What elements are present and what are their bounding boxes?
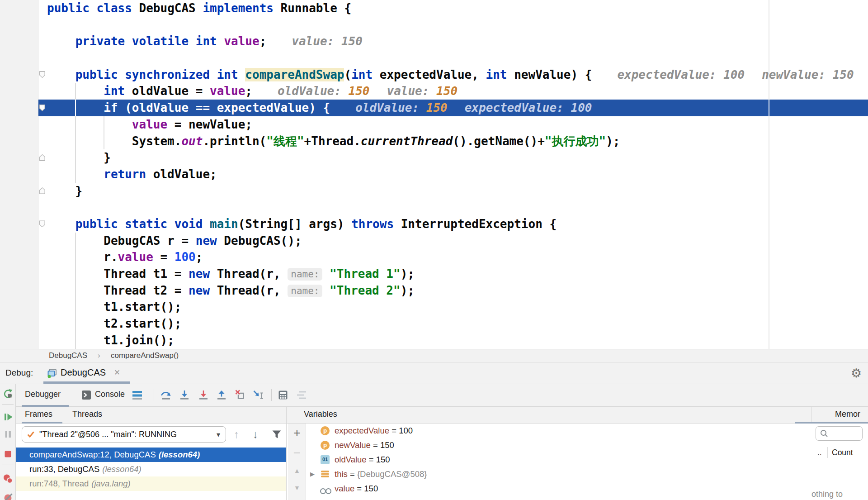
parameter-icon: p [321,441,330,450]
code-token [217,34,224,48]
code-token: (oldValue == expectedValue) { [118,101,330,114]
breadcrumb-method[interactable]: compareAndSwap() [111,349,179,362]
drop-frame-button[interactable] [234,389,246,401]
hint-value: 150 [426,101,448,114]
code-token: int [217,68,238,81]
scroll-down-icon[interactable]: ▼ [288,484,306,491]
breadcrumb: DebugCAS › compareAndSwap() [0,349,868,362]
tab-frames[interactable]: Frames [25,410,52,419]
variable-value: 150 [380,440,394,450]
variables-panel-title: Variables [304,410,337,419]
variable-row[interactable]: pexpectedValue = 100 [307,424,811,438]
memory-search-input[interactable] [816,426,863,441]
variable-name: this [335,469,348,479]
run-to-cursor-button[interactable] [252,389,264,401]
code-token: out [181,134,203,148]
debug-session-tab[interactable]: DebugCAS ✕ [43,362,53,384]
step-over-button[interactable] [160,389,172,401]
filter-icon[interactable] [271,429,283,440]
memory-empty-text: Nothing to [811,490,843,499]
gear-icon[interactable]: ⚙ [851,366,862,380]
debug-label: Debug: [5,368,33,378]
code-token: t1.start(); [47,300,181,314]
scroll-up-icon[interactable]: ▲ [288,467,306,474]
ide-window: 6public class DebugCAS implements Runnab… [0,0,868,500]
variable-value: 150 [364,484,378,493]
force-step-into-button[interactable] [197,389,210,401]
code-text: private volatile int value; [47,33,266,50]
memory-col-count[interactable]: Count [832,445,853,460]
guide-gap [769,100,769,116]
equals-sign: = [367,455,376,464]
variable-name: expectedValue [335,426,389,435]
stream-trace-button[interactable] [295,389,308,401]
code-token: ; [259,34,267,48]
equals-sign: = [348,469,357,479]
code-token: ; [245,84,252,98]
code-token: synchronized [125,68,210,81]
editor-gutter[interactable] [0,0,38,349]
memory-col-diff[interactable]: .. [817,445,822,460]
code-token: value [210,84,245,98]
stack-frame-row[interactable]: run:33, DebugCAS(lesson64) [16,462,286,476]
code-token: Thread(r, [210,284,288,297]
step-into-button[interactable] [178,389,191,401]
debugger-hint: value: 150 [387,84,458,98]
variable-row[interactable]: value = 150 [307,481,811,496]
variable-row[interactable]: pnewValue = 150 [307,438,811,452]
code-text: return oldValue; [47,166,217,183]
rerun-button[interactable] [2,388,14,400]
code-token: .println( [203,134,266,148]
add-watch-button[interactable]: + [288,426,306,440]
console-icon [81,390,94,403]
tab-console[interactable]: Console [95,390,125,399]
thread-selector[interactable]: "Thread 2"@506 ... "main": RUNNING ▾ [22,426,226,443]
parameter-hint-chip: name: [288,285,322,297]
fold-marker-icon[interactable] [39,105,45,111]
frame-location: (lesson64) [159,450,200,459]
debugger-hint: oldValue: 150 [355,101,448,114]
memory-panel: .. Count Nothing to [811,424,868,500]
tab-threads[interactable]: Threads [72,410,102,419]
evaluate-expression-button[interactable] [277,389,289,401]
editor-line-7: 7 [0,17,868,33]
panel-divider[interactable] [286,407,287,500]
fold-marker-icon[interactable] [39,220,45,227]
view-breakpoints-button[interactable] [2,473,14,485]
toolbar-separator [2,465,14,465]
mute-breakpoints-button[interactable] [2,492,14,500]
expander-icon[interactable]: ▶ [310,467,315,481]
breadcrumb-class[interactable]: DebugCAS [49,349,87,362]
resume-button[interactable] [2,411,14,423]
fold-marker-icon[interactable] [39,71,45,78]
code-token: DebugCAS(); [217,234,302,248]
stack-frame-row[interactable]: compareAndSwap:12, DebugCAS(lesson64) [16,448,286,462]
code-editor[interactable]: 6public class DebugCAS implements Runnab… [0,0,868,349]
code-token: throws [351,217,394,231]
fold-marker-icon[interactable] [39,154,45,161]
stack-frame-row[interactable]: run:748, Thread(java.lang) [16,476,286,491]
stop-button[interactable] [2,448,14,460]
editor-line-23: 23 Thread t2 = new Thread(r, name: "Thre… [0,282,868,299]
code-token: } [47,151,111,164]
fold-marker-icon[interactable] [39,187,45,194]
pause-button[interactable] [2,428,14,440]
step-out-button[interactable] [215,389,228,401]
code-token [47,167,104,181]
tab-debugger[interactable]: Debugger [25,390,61,399]
next-frame-button[interactable]: ↓ [253,428,258,441]
layout-options-icon[interactable] [131,389,144,401]
editor-line-12: 12✓ if (oldValue == expectedValue) {oldV… [0,100,868,116]
editor-line-17: 17 } [0,183,868,200]
code-token: main [210,217,238,231]
tab-memory[interactable]: Memor [835,410,860,419]
editor-line-20: 20 DebugCAS r = new DebugCAS(); [0,233,868,249]
previous-frame-button[interactable]: ↑ [234,428,239,441]
code-token: "执行成功" [545,134,606,148]
variable-row[interactable]: ▶this = {DebugCAS@508} [307,467,811,481]
code-token [47,68,75,81]
remove-watch-button[interactable]: − [288,446,306,460]
close-icon[interactable]: ✕ [114,368,120,377]
variable-name: newValue [335,440,371,450]
variable-row[interactable]: 01oldValue = 150 [307,452,811,467]
